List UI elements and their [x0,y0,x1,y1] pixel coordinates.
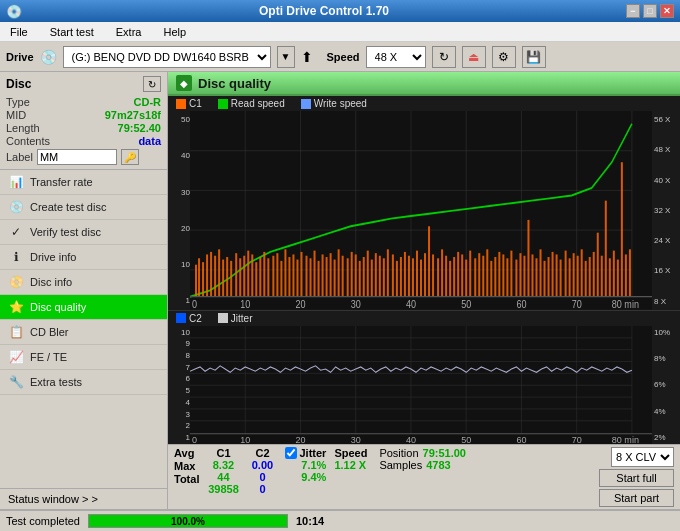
position-val: 79:51.00 [423,447,466,459]
svg-rect-16 [206,254,208,296]
sidebar-item-create-test-disc[interactable]: 💿 Create test disc [0,195,167,220]
menu-help[interactable]: Help [157,24,192,40]
menu-file[interactable]: File [4,24,34,40]
svg-rect-24 [239,258,241,296]
menu-extra[interactable]: Extra [110,24,148,40]
jitter-y-4: 4% [654,407,678,416]
svg-rect-21 [226,257,228,297]
minimize-button[interactable]: − [626,4,640,18]
svg-rect-97 [540,249,542,296]
svg-rect-66 [412,258,414,296]
svg-text:30: 30 [351,435,361,444]
start-part-button[interactable]: Start part [599,489,674,507]
svg-rect-118 [625,254,627,296]
sidebar-item-fe-te[interactable]: 📈 FE / TE [0,345,167,370]
menu-start-test[interactable]: Start test [44,24,100,40]
svg-rect-99 [548,257,550,297]
svg-rect-96 [535,258,537,296]
svg-rect-23 [235,253,237,297]
start-full-button[interactable]: Start full [599,469,674,487]
svg-rect-114 [609,258,611,296]
sidebar-item-cd-bler[interactable]: 📋 CD Bler [0,320,167,345]
c2-y-6: 6 [168,374,190,383]
svg-rect-104 [569,258,571,296]
sidebar-item-disc-quality[interactable]: ⭐ Disc quality [0,295,167,320]
samples-label: Samples [379,459,422,471]
label-key-button[interactable]: 🔑 [121,149,139,165]
svg-rect-57 [375,253,377,297]
speed-y-40: 40 X [654,176,678,185]
settings-icon[interactable]: ⚙ [492,46,516,68]
svg-rect-117 [621,162,623,296]
type-val: CD-R [134,96,162,108]
c2-y-9: 9 [168,339,190,348]
cd-bler-icon: 📋 [8,324,24,340]
jitter-legend-label: Jitter [231,313,253,324]
reload-icon[interactable]: ↻ [432,46,456,68]
extra-tests-label: Extra tests [30,376,82,388]
svg-text:40: 40 [406,298,416,309]
c2-y-1: 1 [168,433,190,442]
contents-val: data [138,135,161,147]
disc-title: Disc [6,77,31,91]
speed-y-32: 32 X [654,206,678,215]
sidebar-item-disc-info[interactable]: 📀 Disc info [0,270,167,295]
svg-rect-35 [284,249,286,296]
sidebar-item-drive-info[interactable]: ℹ Drive info [0,245,167,270]
sidebar-item-extra-tests[interactable]: 🔧 Extra tests [0,370,167,395]
svg-rect-74 [445,256,447,297]
drive-select[interactable]: (G:) BENQ DVD DD DW1640 BSRB [63,46,271,68]
jitter-y-2: 2% [654,433,678,442]
status-window-button[interactable]: Status window > > [0,488,167,509]
svg-rect-65 [408,256,410,297]
c1-y-10: 10 [168,260,190,269]
svg-rect-17 [210,252,212,297]
svg-rect-39 [300,252,302,297]
mid-val: 97m27s18f [105,109,161,121]
label-input[interactable] [37,149,117,165]
drive-arrow-btn[interactable]: ▼ [277,46,295,68]
svg-text:10: 10 [240,298,250,309]
svg-rect-26 [247,251,249,297]
disc-refresh-button[interactable]: ↻ [143,76,161,92]
status-time: 10:14 [296,515,324,527]
sidebar-menu: 📊 Transfer rate 💿 Create test disc ✓ Ver… [0,170,167,488]
speed-y-24: 24 X [654,236,678,245]
extra-tests-icon: 🔧 [8,374,24,390]
disc-quality-label: Disc quality [30,301,86,313]
write-legend-dot [301,99,311,109]
svg-rect-75 [449,261,451,297]
speed-y-16: 16 X [654,266,678,275]
content-area: ◆ Disc quality C1 Read speed [168,72,680,509]
c1-legend-dot [176,99,186,109]
close-button[interactable]: ✕ [660,4,674,18]
maximize-button[interactable]: □ [643,4,657,18]
sidebar-item-transfer-rate[interactable]: 📊 Transfer rate [0,170,167,195]
clv-select[interactable]: 8 X CLV [611,447,674,467]
svg-text:60: 60 [516,298,526,309]
jitter-y-8: 8% [654,354,678,363]
jitter-checkbox[interactable] [285,447,297,459]
sidebar-item-verify-test-disc[interactable]: ✓ Verify test disc [0,220,167,245]
disc-quality-title: Disc quality [198,76,271,91]
svg-rect-34 [280,261,282,297]
max-c1: 44 [217,471,229,483]
svg-rect-116 [617,260,619,297]
svg-rect-82 [478,253,480,297]
c2-y-2: 2 [168,421,190,430]
c2-y-4: 4 [168,398,190,407]
svg-text:10: 10 [240,435,250,444]
svg-text:50: 50 [461,435,471,444]
c2-legend-dot [176,313,186,323]
eject-icon[interactable]: ⏏ [462,46,486,68]
speed-select[interactable]: 48 X [366,46,426,68]
svg-text:70: 70 [572,435,582,444]
mid-key: MID [6,109,26,121]
svg-rect-86 [494,257,496,297]
svg-rect-78 [461,254,463,296]
total-c1: 39858 [208,483,239,495]
svg-rect-70 [428,226,430,296]
speed-y-8: 8 X [654,297,678,306]
svg-rect-109 [589,257,591,297]
save-icon[interactable]: 💾 [522,46,546,68]
